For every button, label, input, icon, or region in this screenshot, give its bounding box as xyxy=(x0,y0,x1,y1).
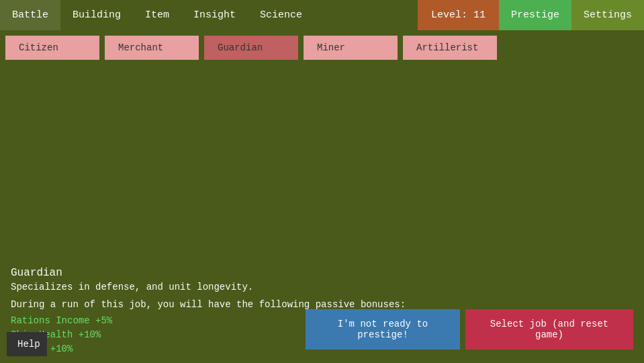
settings-button[interactable]: Settings xyxy=(571,0,644,30)
job-card-merchant[interactable]: Merchant xyxy=(105,36,199,60)
job-card-guardian[interactable]: Guardian xyxy=(204,36,298,60)
job-card-citizen[interactable]: Citizen xyxy=(5,36,99,60)
top-navigation: Battle Building Item Insight Science Lev… xyxy=(0,0,644,30)
job-description: Specializes in defense, and unit longevi… xyxy=(11,282,633,292)
tab-item[interactable]: Item xyxy=(133,0,181,30)
prestige-button[interactable]: Prestige xyxy=(499,0,571,30)
select-job-button[interactable]: Select job (and reset game) xyxy=(465,309,633,350)
passive-bonuses-label: During a run of this job, you will have … xyxy=(11,299,633,310)
job-card-miner[interactable]: Miner xyxy=(304,36,398,60)
not-ready-button[interactable]: I'm not ready to prestige! xyxy=(306,309,460,350)
level-display: Level: 11 xyxy=(418,0,499,30)
job-card-artillerist[interactable]: Artillerist xyxy=(403,36,497,60)
tab-battle[interactable]: Battle xyxy=(0,0,60,30)
bottom-buttons: I'm not ready to prestige! Select job (a… xyxy=(306,309,633,350)
job-title: Guardian xyxy=(11,267,633,279)
tab-science[interactable]: Science xyxy=(248,0,314,30)
tab-building[interactable]: Building xyxy=(60,0,133,30)
tab-insight[interactable]: Insight xyxy=(181,0,248,30)
job-cards-row: Citizen Merchant Guardian Miner Artiller… xyxy=(0,30,644,65)
help-button[interactable]: Help xyxy=(7,332,47,356)
